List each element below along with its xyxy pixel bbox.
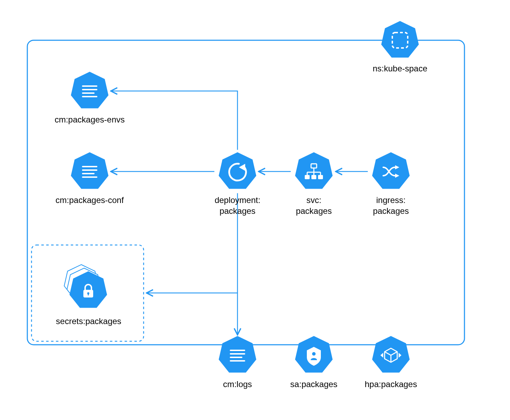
node-secrets: secrets:packages [38,312,139,327]
configmap-icon [83,86,97,97]
node-hpa-label: hpa:packages [365,379,417,390]
hpa-icon [380,348,401,362]
node-namespace: ns:kube-space [365,59,435,74]
node-svc-label: svc: packages [296,195,332,216]
node-ingress-icon [372,152,409,189]
configmap-icon [83,167,97,177]
node-namespace-label: ns:kube-space [373,63,427,74]
node-svc: svc: packages [279,191,349,216]
node-ingress: ingress: packages [356,191,426,216]
node-ingress-label: ingress: packages [373,195,409,216]
lock-icon [83,285,93,298]
node-deployment-label: deployment: packages [215,195,261,216]
node-cm-conf-icon [71,152,108,189]
node-cm-envs-label: cm:packages-envs [55,114,125,125]
node-cm-envs-icon [71,72,108,108]
node-sa: sa:packages [279,375,349,390]
node-deployment: deployment: packages [202,191,273,216]
node-cm-logs-icon [219,336,256,373]
node-cm-logs-label: cm:logs [223,379,252,390]
node-sa-label: sa:packages [290,379,338,390]
deployment-icon [229,164,246,181]
node-hpa: hpa:packages [356,375,426,390]
node-deployment-icon [219,152,256,189]
namespace-icon [392,33,408,48]
node-cm-conf-label: cm:packages-conf [56,195,124,205]
node-secrets-icon [64,265,107,308]
node-namespace-icon [381,21,419,58]
node-hpa-icon [372,336,409,373]
service-icon [305,164,323,179]
secrets-group-box [32,245,144,341]
node-sa-icon [295,336,332,373]
node-cm-conf: cm:packages-conf [42,191,137,205]
node-secrets-label: secrets:packages [56,316,122,327]
diagram-canvas: ns:kube-space cm:packages-envs cm:packag… [0,0,510,420]
node-cm-logs: cm:logs [202,375,273,390]
node-svc-icon [295,152,332,189]
serviceaccount-icon [307,347,321,366]
configmap-icon [230,350,244,361]
ingress-icon [383,165,399,178]
node-cm-envs: cm:packages-envs [42,111,137,125]
